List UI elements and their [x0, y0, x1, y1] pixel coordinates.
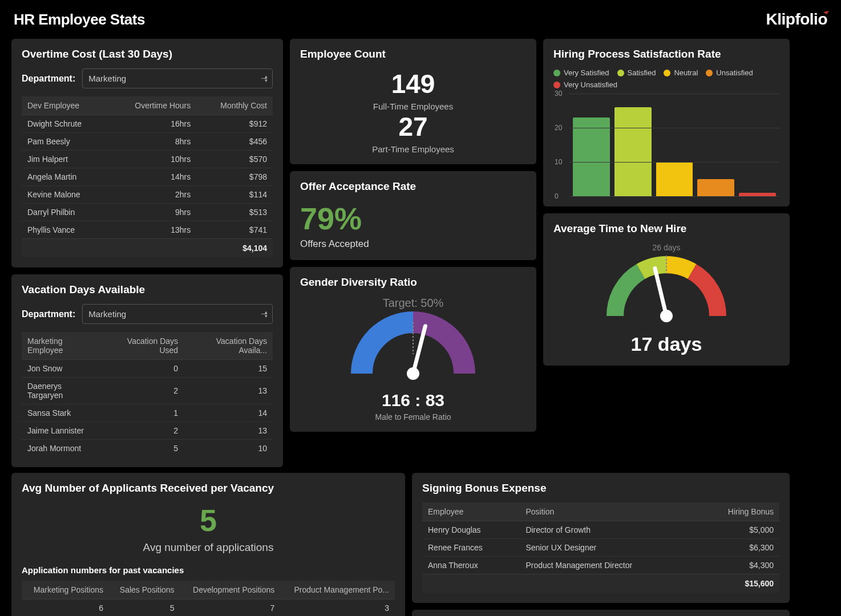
legend-item: Neutral [664, 68, 698, 77]
page-title: HR Employee Stats [14, 11, 145, 29]
col-header: Hiring Bonus [695, 502, 779, 521]
table-row: Sansa Stark114 [22, 404, 273, 422]
col-header: Development Positions [180, 581, 281, 599]
card-title: Average Time to New Hire [553, 222, 779, 235]
offer-rate-value: 79% [300, 201, 526, 236]
signing-total: $15,600 [422, 574, 779, 593]
brand-logo: Klipfolio [766, 10, 827, 29]
table-row: Henry DouglasDirector of Growth$5,000 [422, 521, 779, 539]
col-header: Overtime Hours [108, 96, 196, 115]
bar [614, 107, 652, 196]
legend-item: Satisfied [617, 68, 656, 77]
table-row: Darryl Philbin9hrs$513 [22, 204, 273, 221]
col-header: Marketing Employee [22, 332, 103, 360]
vacation-table: Marketing Employee Vacation Days Used Va… [22, 332, 273, 457]
table-row: Daenerys Targaryen213 [22, 378, 273, 404]
table-row: 6573 [22, 599, 395, 617]
avg-applicants-value: 5 [22, 502, 395, 538]
col-header: Marketing Positions [22, 581, 109, 599]
employee-count-card: Employee Count 149 Full-Time Employees 2… [290, 39, 536, 164]
overtime-card: Overtime Cost (Last 30 Days) Department:… [11, 39, 283, 268]
card-title: Vacation Days Available [22, 283, 273, 296]
signing-bonus-card: Signing Bonus Expense Employee Position … [412, 473, 790, 603]
bar [697, 179, 734, 196]
legend-item: Very Unsatisfied [553, 80, 617, 89]
applicants-table: Marketing Positions Sales Positions Deve… [22, 581, 395, 616]
table-row: Jorah Mormont510 [22, 440, 273, 457]
card-title: Avg Number of Applicants Received per Va… [22, 482, 395, 495]
card-title: Signing Bonus Expense [422, 482, 779, 495]
col-header: Product Management Po... [280, 581, 395, 599]
signing-table: Employee Position Hiring Bonus Henry Dou… [422, 502, 779, 593]
gauge-marker: 26 days [553, 243, 779, 252]
col-header: Vacation Days Availa... [184, 332, 273, 360]
applicants-card: Avg Number of Applicants Received per Va… [11, 473, 405, 616]
svg-point-2 [407, 367, 419, 380]
col-header: Vacation Days Used [103, 332, 184, 360]
card-title: Employee Count [300, 48, 526, 60]
dept-select[interactable]: Marketing [82, 304, 273, 324]
col-header: Monthly Cost [196, 96, 273, 115]
table-row: Jon Snow015 [22, 360, 273, 378]
table-row: Pam Beesly8hrs$456 [22, 133, 273, 151]
hiring-satisfaction-card: Hiring Process Satisfaction Rate Very Sa… [543, 39, 790, 206]
offer-rate-card: Offer Acceptance Rate 79% Offers Accepte… [290, 171, 536, 260]
avg-hire-value: 17 days [553, 333, 779, 355]
table-row: Anna TherouxProduct Management Director$… [422, 557, 779, 574]
hire-time-gauge [598, 253, 735, 327]
table-row: Angela Martin14hrs$798 [22, 168, 273, 186]
gender-ratio-label: Male to Female Ratio [300, 412, 526, 422]
overtime-table: Dev Employee Overtime Hours Monthly Cost… [22, 96, 273, 257]
offer-rate-label: Offers Accepted [300, 238, 526, 250]
svg-point-5 [660, 310, 673, 322]
bar [573, 117, 610, 196]
cost-per-hire-card: Cost per Hire $246 per new hire *Include… [412, 610, 790, 616]
table-row: Jim Halpert10hrs$570 [22, 151, 273, 168]
chart-legend: Very SatisfiedSatisfiedNeutralUnsatisfie… [553, 68, 779, 89]
dept-select[interactable]: Marketing [82, 68, 273, 88]
overtime-total: $4,104 [22, 239, 273, 258]
vacation-card: Vacation Days Available Department: Mark… [11, 274, 283, 467]
table-row: Phyllis Vance13hrs$741 [22, 221, 273, 239]
dept-label: Department: [22, 309, 75, 319]
table-row: Dwight Schrute16hrs$912 [22, 115, 273, 133]
gender-ratio: 116 : 83 [300, 391, 526, 410]
avg-applicants-label: Avg number of applications [22, 541, 395, 554]
card-title: Offer Acceptance Rate [300, 180, 526, 193]
col-header: Employee [422, 502, 520, 521]
parttime-label: Part-Time Employees [300, 144, 526, 154]
table-row: Kevine Malone2hrs$114 [22, 186, 273, 204]
fulltime-label: Full-Time Employees [300, 102, 526, 111]
gauge-target: Target: 50% [300, 297, 526, 310]
col-header: Dev Employee [22, 96, 108, 115]
table-row: Renee FrancesSenior UX Designer$6,300 [422, 539, 779, 557]
legend-item: Very Satisfied [553, 68, 609, 77]
gender-gauge [345, 311, 482, 385]
card-title: Gender Diversity Ratio [300, 276, 526, 289]
bar [656, 162, 693, 196]
satisfaction-bar-chart: 0102030 [569, 94, 779, 196]
avg-time-hire-card: Average Time to New Hire 26 days 17 days [543, 213, 790, 366]
table-row: Jaime Lannister213 [22, 422, 273, 440]
card-title: Hiring Process Satisfaction Rate [553, 48, 779, 60]
legend-item: Unsatisfied [706, 68, 753, 77]
card-title: Overtime Cost (Last 30 Days) [22, 48, 273, 60]
fulltime-count: 149 [300, 68, 526, 99]
svg-line-4 [655, 268, 666, 316]
col-header: Sales Positions [109, 581, 180, 599]
dept-label: Department: [22, 74, 75, 84]
gender-diversity-card: Gender Diversity Ratio Target: 50% 116 :… [290, 267, 536, 432]
parttime-count: 27 [300, 111, 526, 142]
applicants-subtitle: Application numbers for past vacancies [22, 565, 395, 575]
col-header: Position [520, 502, 694, 521]
